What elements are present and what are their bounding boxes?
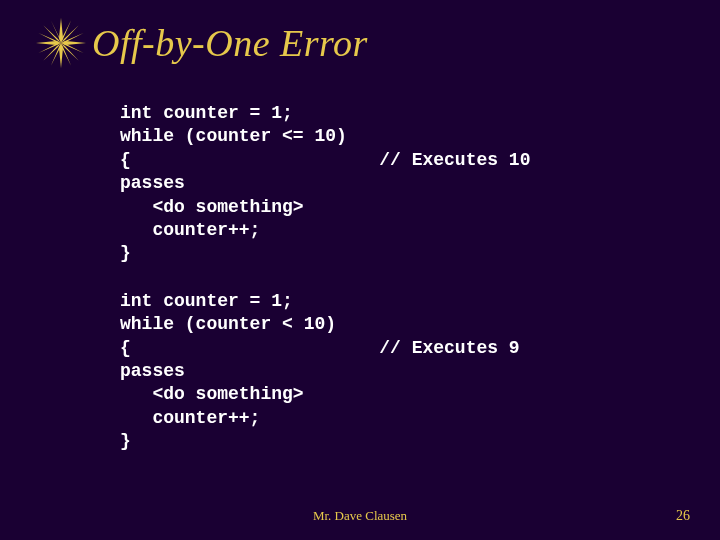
code-block-1: int counter = 1; while (counter <= 10) {… xyxy=(120,102,720,266)
svg-marker-7 xyxy=(44,26,62,44)
footer-author: Mr. Dave Clausen xyxy=(0,508,720,524)
code-block-2: int counter = 1; while (counter < 10) { … xyxy=(120,290,720,454)
slide: Off-by-One Error int counter = 1; while … xyxy=(0,0,720,540)
slide-title: Off-by-One Error xyxy=(92,21,368,65)
svg-marker-4 xyxy=(61,26,79,44)
svg-marker-5 xyxy=(61,43,79,61)
starburst-icon xyxy=(36,18,86,68)
page-number: 26 xyxy=(676,508,690,524)
svg-marker-6 xyxy=(44,43,62,61)
title-row: Off-by-One Error xyxy=(0,18,720,68)
